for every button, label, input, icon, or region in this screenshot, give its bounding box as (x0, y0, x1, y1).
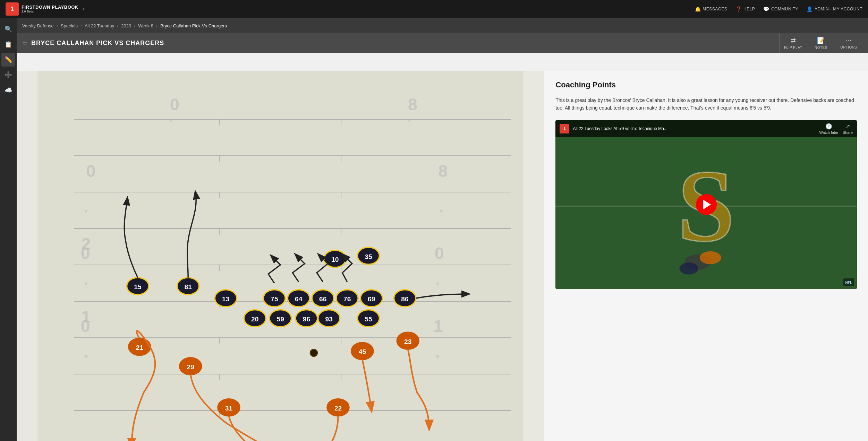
svg-text:96: 96 (303, 315, 310, 323)
svg-text:0: 0 (80, 244, 90, 262)
sidebar-add[interactable]: ➕ (1, 68, 15, 82)
play-triangle-icon (703, 200, 711, 209)
svg-text:▼: ▼ (83, 280, 89, 287)
breadcrumb-sep-1: › (57, 23, 58, 28)
breadcrumb-sep-4: › (134, 23, 135, 28)
notes-button[interactable]: 📝 NOTES (807, 33, 835, 53)
coaching-body: This is a great play by the Broncos' Bry… (555, 96, 857, 112)
page-title: BRYCE CALLAHAN PICK VS CHARGERS (31, 40, 164, 47)
svg-text:0: 0 (80, 317, 90, 335)
title-left: ☆ BRYCE CALLAHAN PICK VS CHARGERS (22, 39, 164, 47)
play-video-button[interactable] (696, 194, 717, 215)
logo-text: FIRSTDOWN PLAYBOOK 2.0 Beta (22, 5, 78, 14)
video-logo-icon: 1 (560, 124, 569, 133)
help-nav[interactable]: ❓ HELP (736, 6, 755, 12)
svg-text:81: 81 (185, 283, 192, 291)
svg-text:▼: ▼ (435, 353, 441, 360)
svg-rect-0 (37, 71, 523, 441)
notes-icon: 📝 (817, 37, 825, 44)
video-title: All 22 Tuesday Looks At 5'9 vs 6'5: Tech… (573, 126, 816, 131)
breadcrumb-varsity-defense[interactable]: Varsity Defense (22, 23, 54, 28)
svg-text:21: 21 (136, 344, 144, 351)
svg-text:0: 0 (86, 162, 95, 180)
svg-text:64: 64 (295, 295, 303, 303)
breadcrumb: Varsity Defense › Specials › All 22 Tues… (17, 18, 868, 33)
share-icon: ↗ (845, 123, 850, 130)
play-diagram: 0 ▼ 2 0 ▼ 1 0 ▼ 8 ▼ 0 ▼ 1 ▼ 0 ▼ 8 ▼ (17, 71, 544, 441)
breadcrumb-play: Bryce Callahan Pick Vs Chargers (160, 23, 227, 28)
options-icon: ··· (846, 37, 852, 44)
watch-later-icon: 🕐 (825, 123, 832, 130)
svg-text:86: 86 (401, 295, 409, 303)
svg-text:29: 29 (187, 363, 194, 371)
svg-text:15: 15 (134, 283, 142, 291)
title-bar: ☆ BRYCE CALLAHAN PICK VS CHARGERS ⇄ FLIP… (17, 33, 868, 53)
svg-text:35: 35 (365, 253, 372, 260)
community-nav[interactable]: 💬 COMMUNITY (763, 6, 798, 12)
flip-play-button[interactable]: ⇄ FLIP PLAY (779, 33, 807, 53)
field-container: 0 ▼ 2 0 ▼ 1 0 ▼ 8 ▼ 0 ▼ 1 ▼ 0 ▼ 8 ▼ (17, 71, 544, 441)
breadcrumb-sep-3: › (117, 23, 118, 28)
svg-point-100 (700, 251, 721, 264)
svg-text:59: 59 (277, 315, 284, 323)
account-nav[interactable]: 👤 ADMIN - MY ACCOUNT (807, 6, 862, 12)
svg-text:▼: ▼ (438, 208, 444, 215)
logo-icon: 1 (6, 2, 19, 16)
svg-point-87 (310, 349, 317, 356)
bell-icon: 🔔 (695, 6, 701, 12)
breadcrumb-specials[interactable]: Specials (61, 23, 78, 28)
svg-text:▼: ▼ (435, 280, 441, 287)
svg-text:76: 76 (343, 295, 351, 303)
svg-text:8: 8 (408, 95, 417, 114)
breadcrumb-all22[interactable]: All 22 Tuesday (85, 23, 114, 28)
svg-text:69: 69 (368, 295, 375, 303)
coaching-title: Coaching Points (555, 80, 857, 89)
options-button[interactable]: ··· OPTIONS (835, 33, 862, 53)
video-header: 1 All 22 Tuesday Looks At 5'9 vs 6'5: Te… (555, 120, 857, 137)
account-icon: 👤 (807, 6, 813, 12)
nav-expand-icon[interactable]: › (83, 6, 84, 12)
sidebar-edit[interactable]: ✏️ (1, 53, 15, 67)
nfl-badge-area: NFL (843, 278, 854, 286)
breadcrumb-2020[interactable]: 2020 (121, 23, 131, 28)
title-actions: ⇄ FLIP PLAY 📝 NOTES ··· OPTIONS (779, 33, 862, 53)
svg-text:22: 22 (334, 405, 342, 412)
sidebar-cloud[interactable]: ☁️ (1, 83, 15, 97)
nav-left: 1 FIRSTDOWN PLAYBOOK 2.0 Beta › (6, 2, 84, 16)
main-content: 0 ▼ 2 0 ▼ 1 0 ▼ 8 ▼ 0 ▼ 1 ▼ 0 ▼ 8 ▼ (17, 71, 868, 441)
svg-text:13: 13 (222, 295, 230, 303)
right-panel: Coaching Points This is a great play by … (544, 71, 868, 441)
sidebar-search[interactable]: 🔍 (1, 22, 15, 36)
svg-text:93: 93 (325, 315, 333, 323)
nav-right: 🔔 MESSAGES ❓ HELP 💬 COMMUNITY 👤 ADMIN - … (695, 6, 862, 12)
svg-text:▼: ▼ (83, 353, 89, 360)
share-button[interactable]: ↗ Share (843, 123, 853, 135)
svg-text:45: 45 (359, 348, 366, 355)
video-thumbnail: S S 1 All 22 Tuesday Looks At 5'9 vs 6'5… (555, 120, 857, 289)
svg-text:▼: ▼ (406, 117, 412, 124)
logo[interactable]: 1 FIRSTDOWN PLAYBOOK 2.0 Beta (6, 2, 78, 16)
svg-text:▼: ▼ (168, 117, 174, 124)
breadcrumb-sep-2: › (80, 23, 82, 28)
top-nav: 1 FIRSTDOWN PLAYBOOK 2.0 Beta › 🔔 MESSAG… (0, 0, 868, 18)
sidebar: 🔍 📋 ✏️ ➕ ☁️ (0, 18, 17, 441)
messages-nav[interactable]: 🔔 MESSAGES (695, 6, 727, 12)
svg-text:▼: ▼ (83, 208, 89, 215)
help-icon: ❓ (736, 6, 742, 12)
breadcrumb-sep-5: › (156, 23, 158, 28)
svg-point-101 (680, 262, 699, 275)
svg-text:20: 20 (251, 315, 258, 323)
breadcrumb-week8[interactable]: Week 8 (138, 23, 153, 28)
watch-later-button[interactable]: 🕐 Watch later (819, 123, 838, 135)
svg-text:0: 0 (435, 244, 444, 262)
svg-text:0: 0 (170, 95, 179, 114)
svg-text:55: 55 (365, 315, 372, 323)
sidebar-clipboard[interactable]: 📋 (1, 37, 15, 51)
nfl-badge: NFL (845, 281, 852, 285)
favorite-icon[interactable]: ☆ (22, 39, 28, 47)
field-svg: 0 ▼ 2 0 ▼ 1 0 ▼ 8 ▼ 0 ▼ 1 ▼ 0 ▼ 8 ▼ (17, 71, 544, 441)
svg-text:8: 8 (438, 162, 448, 180)
svg-text:31: 31 (225, 405, 233, 412)
video-container[interactable]: S S 1 All 22 Tuesday Looks At 5'9 vs 6'5… (555, 120, 857, 289)
flip-play-icon: ⇄ (791, 37, 796, 44)
